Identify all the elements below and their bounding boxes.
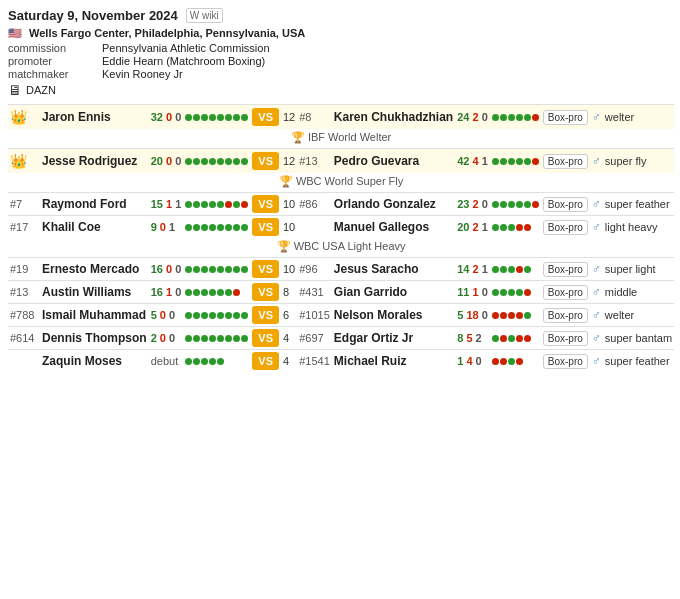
rounds: 12: [283, 111, 295, 123]
f1-name-cell: Raymond Ford: [40, 193, 149, 216]
f1-rank-cell: 👑: [8, 105, 40, 130]
gender-icon: ♂: [592, 154, 601, 168]
f2-name: Karen Chukhadzhian: [334, 110, 453, 124]
rounds-cell: 10: [281, 258, 297, 281]
f1-dots-cell: [183, 327, 250, 350]
f1-name-cell: Ismail Muhammad: [40, 304, 149, 327]
bout-row: #13 Austin Williams 16 1 0 VS 8 #431 Gia…: [8, 281, 674, 304]
gender-icon: ♂: [592, 262, 601, 276]
f1-name-cell: Dennis Thompson: [40, 327, 149, 350]
f2-dots-cell: [490, 149, 541, 174]
weight-class: super feather: [605, 198, 670, 210]
boxpro-badge[interactable]: Box-pro: [543, 197, 588, 212]
boxpro-badge[interactable]: Box-pro: [543, 220, 588, 235]
record-dots: [185, 358, 224, 365]
f2-record-cell: 42 4 1: [455, 149, 490, 174]
weight-class: super fly: [605, 155, 647, 167]
f1-dots-cell: [183, 304, 250, 327]
f2-rank-cell: #13: [297, 149, 332, 174]
f1-rank: #7: [10, 198, 38, 210]
f2-record-cell: 24 2 0: [455, 105, 490, 130]
bout-row: 👑 Jesse Rodriguez 20 0 0 VS 12 #13 Pedro…: [8, 149, 674, 174]
matchmaker-label: matchmaker: [8, 68, 98, 80]
gender-cell: ♂: [590, 258, 603, 281]
vs-badge: VS: [252, 352, 279, 370]
bout-row: Zaquin Moses debut VS 4 #1541 Michael Ru…: [8, 350, 674, 373]
gender-cell: ♂: [590, 105, 603, 130]
gender-icon: ♂: [592, 354, 601, 368]
boxpro-badge[interactable]: Box-pro: [543, 154, 588, 169]
f2-record-cell: 1 4 0: [455, 350, 490, 373]
weight-class: middle: [605, 286, 637, 298]
f2-dots-cell: [490, 281, 541, 304]
f2-record-cell: 8 5 2: [455, 327, 490, 350]
f2-dots-cell: [490, 105, 541, 130]
tv-icon: 🖥: [8, 82, 22, 98]
f1-name: Dennis Thompson: [42, 331, 147, 345]
record-dots: [185, 335, 248, 342]
boxpro-badge[interactable]: Box-pro: [543, 354, 588, 369]
gender-icon: ♂: [592, 331, 601, 345]
rounds: 6: [283, 309, 289, 321]
commission-row: commission Pennsylvania Athletic Commiss…: [8, 42, 672, 54]
f1-record-cell: 15 1 1: [149, 193, 184, 216]
vs-cell: VS: [250, 149, 281, 174]
record-dots: [492, 289, 531, 296]
boxpro-badge[interactable]: Box-pro: [543, 262, 588, 277]
f2-dots-cell: [490, 350, 541, 373]
f1-rank: #13: [10, 286, 38, 298]
record-dots: [185, 266, 248, 273]
boxpro-cell: Box-pro: [541, 105, 590, 130]
bout-row: 👑 Jaron Ennis 32 0 0 VS 12 #8 Karen Chuk…: [8, 105, 674, 130]
gender-icon: ♂: [592, 285, 601, 299]
f2-name: Pedro Guevara: [334, 154, 419, 168]
tv-row: 🖥 DAZN: [8, 82, 672, 98]
f2-record-cell: 14 2 1: [455, 258, 490, 281]
weight-cell: super light: [603, 258, 674, 281]
f2-rank: #8: [299, 111, 327, 123]
boxpro-badge[interactable]: Box-pro: [543, 285, 588, 300]
f2-name-cell: Gian Garrido: [332, 281, 455, 304]
bout-row: #19 Ernesto Mercado 16 0 0 VS 10 #96 Jes…: [8, 258, 674, 281]
gender-cell: ♂: [590, 327, 603, 350]
f2-dots-cell: [490, 216, 541, 239]
record-dots: [492, 224, 531, 231]
wiki-icon[interactable]: W wiki: [186, 8, 223, 23]
vs-badge: VS: [252, 218, 279, 236]
f1-record: 32 0 0: [151, 111, 182, 123]
boxpro-badge[interactable]: Box-pro: [543, 331, 588, 346]
f1-name: Jesse Rodriguez: [42, 154, 137, 168]
gender-cell: ♂: [590, 350, 603, 373]
rounds: 10: [283, 198, 295, 210]
f1-record-cell: debut: [149, 350, 184, 373]
f2-name-cell: Orlando Gonzalez: [332, 193, 455, 216]
f1-rank-cell: #19: [8, 258, 40, 281]
vs-badge: VS: [252, 283, 279, 301]
f1-debut: debut: [151, 355, 179, 367]
bouts-table: 👑 Jaron Ennis 32 0 0 VS 12 #8 Karen Chuk…: [8, 104, 674, 372]
f1-dots-cell: [183, 105, 250, 130]
f2-name-cell: Nelson Morales: [332, 304, 455, 327]
f2-rank-cell: #96: [297, 258, 332, 281]
f2-dots-cell: [490, 258, 541, 281]
f2-name-cell: Jesus Saracho: [332, 258, 455, 281]
weight-cell: welter: [603, 105, 674, 130]
weight-cell: super bantam: [603, 327, 674, 350]
f1-name-cell: Jesse Rodriguez: [40, 149, 149, 174]
f2-rank: #431: [299, 286, 327, 298]
f2-name-cell: Pedro Guevara: [332, 149, 455, 174]
boxpro-badge[interactable]: Box-pro: [543, 110, 588, 125]
f1-name-cell: Austin Williams: [40, 281, 149, 304]
flag-icon: 🇺🇸: [8, 27, 22, 39]
f1-dots-cell: [183, 193, 250, 216]
f1-dots-cell: [183, 350, 250, 373]
f2-record: 11 1 0: [457, 286, 488, 298]
f2-name: Gian Garrido: [334, 285, 407, 299]
boxpro-badge[interactable]: Box-pro: [543, 308, 588, 323]
f1-dots-cell: [183, 149, 250, 174]
record-dots: [492, 114, 539, 121]
f2-rank-cell: #8: [297, 105, 332, 130]
rounds-cell: 4: [281, 350, 297, 373]
f1-record: 9 0 1: [151, 221, 176, 233]
bout-row: #7 Raymond Ford 15 1 1 VS 10 #86 Orlando…: [8, 193, 674, 216]
